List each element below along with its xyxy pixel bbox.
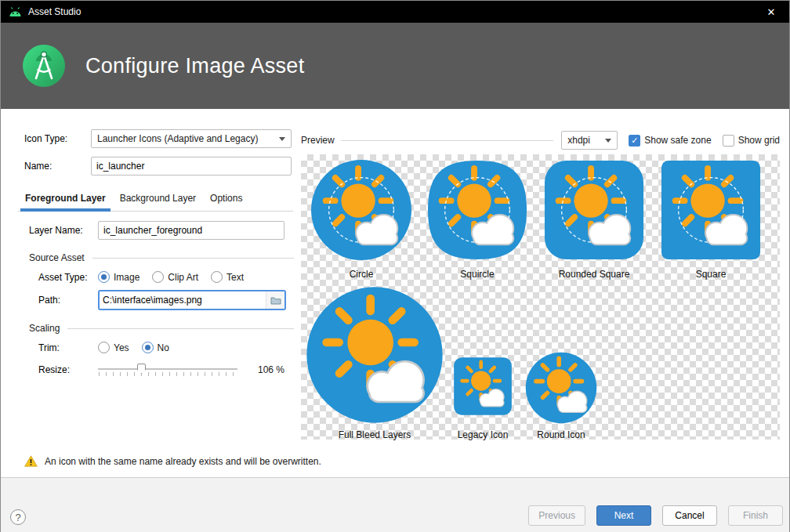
preview-item-squircle: Squircle xyxy=(426,159,528,280)
show-safe-zone-checkbox[interactable]: Show safe zone xyxy=(629,135,711,147)
preview-item-circle: Circle xyxy=(310,159,412,280)
warning-row: An icon with the same name already exist… xyxy=(24,455,321,467)
icon-type-label: Icon Type: xyxy=(24,133,91,144)
path-field xyxy=(98,290,286,310)
previous-button[interactable]: Previous xyxy=(528,505,585,526)
preview-item-square: Square xyxy=(660,159,762,280)
preview-item-rounded-square: Rounded Square xyxy=(543,159,645,280)
asset-studio-dialog: Asset Studio ✕ Configure Image Asset Ico… xyxy=(0,0,790,532)
tab-foreground-layer[interactable]: Foreground Layer xyxy=(18,188,113,211)
dialog-footer: ? Previous Next Cancel Finish xyxy=(1,477,789,532)
slider-ticks xyxy=(99,372,237,376)
rounded-square-icon-preview xyxy=(543,159,645,261)
chevron-down-icon xyxy=(279,137,285,141)
footer-buttons: Previous Next Cancel Finish xyxy=(528,505,783,526)
show-safe-zone-label: Show safe zone xyxy=(644,135,711,146)
chevron-down-icon xyxy=(605,139,611,143)
dialog-header: Configure Image Asset xyxy=(1,23,789,109)
title-bar: Asset Studio ✕ xyxy=(1,1,789,23)
path-label: Path: xyxy=(38,295,98,306)
radio-text[interactable]: Text xyxy=(211,271,244,283)
round-icon-preview xyxy=(525,352,597,424)
resize-label: Resize: xyxy=(38,364,98,375)
preview-caption: Legacy Icon xyxy=(458,429,509,440)
cancel-button[interactable]: Cancel xyxy=(662,505,717,526)
preview-label: Preview xyxy=(301,135,335,146)
radio-trim-no[interactable]: No xyxy=(142,342,169,353)
asset-type-label: Asset Type: xyxy=(38,272,98,283)
icon-type-value: Launcher Icons (Adaptive and Legacy) xyxy=(97,133,258,144)
scaling-section: Scaling xyxy=(29,323,294,334)
section-divider xyxy=(92,258,294,259)
layer-name-input[interactable] xyxy=(98,221,284,240)
radio-image[interactable]: Image xyxy=(98,271,140,283)
window-title: Asset Studio xyxy=(28,6,81,17)
warning-text: An icon with the same name already exist… xyxy=(45,456,321,467)
tab-options[interactable]: Options xyxy=(203,188,249,211)
checkbox-unchecked-icon xyxy=(723,135,734,147)
name-input[interactable] xyxy=(91,157,292,176)
radio-trim-yes[interactable]: Yes xyxy=(98,342,129,353)
left-form-panel: Icon Type: Launcher Icons (Adaptive and … xyxy=(1,109,299,378)
finish-button[interactable]: Finish xyxy=(728,505,783,526)
preview-item-round: Round Icon xyxy=(525,352,597,440)
radio-dot-icon xyxy=(211,271,223,283)
preview-caption: Squircle xyxy=(460,269,494,280)
radio-clip-art[interactable]: Clip Art xyxy=(152,271,198,283)
browse-folder-button[interactable] xyxy=(266,291,284,309)
radio-text-label: Text xyxy=(226,272,244,283)
android-studio-logo-icon xyxy=(23,45,65,87)
radio-dot-icon xyxy=(152,271,164,283)
radio-trim-no-label: No xyxy=(158,342,169,353)
layer-name-label: Layer Name: xyxy=(29,225,98,236)
resize-value: 106 % xyxy=(258,364,284,375)
preview-item-full-bleed: Full Bleed Layers xyxy=(306,286,444,440)
name-label: Name: xyxy=(24,161,91,172)
show-grid-label: Show grid xyxy=(738,135,780,146)
slider-track[interactable] xyxy=(98,368,237,370)
next-button[interactable]: Next xyxy=(596,505,651,526)
radio-dot-icon xyxy=(142,342,154,353)
radio-trim-yes-label: Yes xyxy=(114,342,129,353)
checkbox-checked-icon xyxy=(629,135,640,147)
folder-icon xyxy=(270,296,281,305)
preview-panel: Preview xhdpi Show safe zone Show grid xyxy=(301,131,780,440)
square-icon-preview xyxy=(660,159,762,261)
warning-icon xyxy=(24,455,38,467)
preview-item-legacy: Legacy Icon xyxy=(453,356,513,440)
full-bleed-icon-preview xyxy=(306,286,444,424)
radio-dot-icon xyxy=(98,342,110,353)
section-divider xyxy=(67,328,294,329)
squircle-icon-preview xyxy=(426,159,528,261)
show-grid-checkbox[interactable]: Show grid xyxy=(723,135,780,147)
resize-slider[interactable] xyxy=(98,361,237,378)
preview-caption: Round Icon xyxy=(537,429,585,440)
preview-header: Preview xhdpi Show safe zone Show grid xyxy=(301,131,780,150)
page-title: Configure Image Asset xyxy=(85,54,304,78)
icon-type-select[interactable]: Launcher Icons (Adaptive and Legacy) xyxy=(91,129,292,148)
radio-dot-icon xyxy=(98,271,110,283)
path-input[interactable] xyxy=(100,291,266,309)
circle-icon-preview xyxy=(310,159,412,261)
radio-image-label: Image xyxy=(114,272,140,283)
close-button[interactable]: ✕ xyxy=(753,1,789,23)
preview-board: Circle Squircle Roun xyxy=(301,154,780,440)
preview-caption: Full Bleed Layers xyxy=(339,429,411,440)
preview-divider xyxy=(341,140,554,141)
density-value: xhdpi xyxy=(567,135,590,146)
density-select[interactable]: xhdpi xyxy=(561,131,618,150)
tab-background-layer[interactable]: Background Layer xyxy=(113,188,203,211)
preview-caption: Square xyxy=(696,269,727,280)
dialog-content: Icon Type: Launcher Icons (Adaptive and … xyxy=(1,109,789,477)
layer-tabs: Foreground Layer Background Layer Option… xyxy=(18,188,293,212)
radio-clip-art-label: Clip Art xyxy=(168,272,198,283)
android-logo-icon xyxy=(9,7,22,17)
source-asset-section-label: Source Asset xyxy=(29,252,85,263)
source-asset-section: Source Asset xyxy=(29,252,294,263)
help-button[interactable]: ? xyxy=(10,509,26,525)
trim-label: Trim: xyxy=(38,342,98,353)
preview-caption: Rounded Square xyxy=(559,269,630,280)
preview-caption: Circle xyxy=(350,269,374,280)
scaling-section-label: Scaling xyxy=(29,323,60,334)
legacy-icon-preview xyxy=(453,356,513,416)
